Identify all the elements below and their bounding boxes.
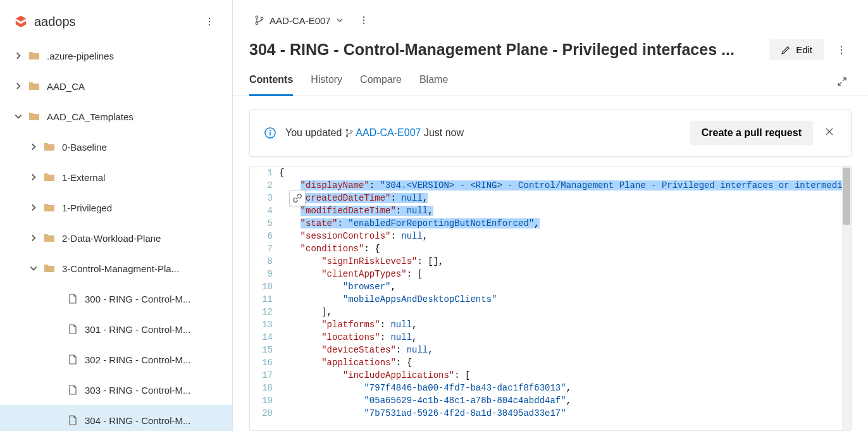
link-widget[interactable] bbox=[289, 190, 306, 206]
tree-label: 301 - RING - Control-M... bbox=[85, 324, 191, 335]
folder-item[interactable]: 1-Privileged bbox=[0, 192, 232, 223]
chevron-down-icon bbox=[336, 16, 344, 24]
tree-label: 1-Privileged bbox=[62, 203, 112, 213]
title-row: 304 - RING - Control-Management Plane - … bbox=[233, 34, 868, 63]
edit-button[interactable]: Edit bbox=[769, 39, 824, 60]
code-line[interactable]: 8 "signInRiskLevels": [], bbox=[250, 255, 851, 268]
file-item[interactable]: 303 - RING - Control-M... bbox=[0, 375, 232, 405]
repo-icon bbox=[14, 15, 28, 28]
repo-header: aadops bbox=[0, 8, 232, 41]
file-item[interactable]: 304 - RING - Control-M... bbox=[0, 405, 232, 431]
repo-name[interactable]: aadops bbox=[34, 15, 199, 29]
svg-point-9 bbox=[841, 46, 842, 47]
branch-icon bbox=[345, 128, 354, 137]
link-icon bbox=[293, 194, 302, 203]
code-line[interactable]: 12 ], bbox=[250, 306, 851, 318]
svg-point-10 bbox=[841, 49, 842, 50]
file-explorer: aadops .azure-pipelinesAAD_CAAAD_CA_Temp… bbox=[0, 0, 233, 431]
tree-label: AAD_CA bbox=[47, 81, 85, 92]
code-line[interactable]: 18 "797f4846-ba00-4fd7-ba43-dac1f8f63013… bbox=[250, 382, 851, 394]
svg-point-16 bbox=[350, 130, 352, 132]
folder-item[interactable]: 0-Baseline bbox=[0, 132, 232, 162]
code-line[interactable]: 7 "conditions": { bbox=[250, 242, 851, 255]
page-title: 304 - RING - Control-Management Plane - … bbox=[249, 41, 762, 59]
tree-label: 300 - RING - Control-M... bbox=[85, 294, 191, 304]
svg-point-5 bbox=[261, 17, 263, 20]
code-line[interactable]: 9 "clientAppTypes": [ bbox=[250, 268, 851, 280]
code-line[interactable]: 16 "applications": { bbox=[250, 356, 851, 369]
editor-scrollbar[interactable] bbox=[842, 166, 851, 430]
branch-icon bbox=[254, 15, 264, 25]
svg-point-8 bbox=[363, 23, 364, 24]
svg-point-15 bbox=[346, 135, 348, 137]
svg-point-14 bbox=[346, 129, 348, 131]
code-line[interactable]: 6 "sessionControls": null, bbox=[250, 230, 851, 242]
code-line[interactable]: 11 "mobileAppsAndDesktopClients" bbox=[250, 293, 851, 306]
svg-point-4 bbox=[256, 22, 258, 25]
folder-item[interactable]: AAD_CA_Templates bbox=[0, 101, 232, 132]
code-line[interactable]: 14 "locations": null, bbox=[250, 331, 851, 344]
branch-selector[interactable]: AAD-CA-E007 bbox=[249, 11, 349, 30]
close-icon bbox=[824, 127, 834, 137]
tab-blame[interactable]: Blame bbox=[419, 69, 448, 96]
folder-item[interactable]: 3-Control-Managment-Pla... bbox=[0, 253, 232, 284]
pencil-icon bbox=[781, 45, 791, 55]
code-line[interactable]: 1{ bbox=[250, 166, 851, 179]
close-notice-button[interactable] bbox=[822, 124, 837, 142]
folder-item[interactable]: 1-External bbox=[0, 162, 232, 192]
code-line[interactable]: 17 "includeApplications": [ bbox=[250, 369, 851, 382]
tree-label: 0-Baseline bbox=[62, 142, 107, 153]
tree-label: 302 - RING - Control-M... bbox=[85, 354, 191, 365]
file-item[interactable]: 301 - RING - Control-M... bbox=[0, 314, 232, 344]
folder-item[interactable]: 2-Data-Workload-Plane bbox=[0, 223, 232, 253]
folder-item[interactable]: AAD_CA bbox=[0, 71, 232, 101]
tree-label: 303 - RING - Control-M... bbox=[85, 385, 191, 396]
code-line[interactable]: 10 "browser", bbox=[250, 280, 851, 293]
tree-label: .azure-pipelines bbox=[47, 51, 114, 61]
create-pr-button[interactable]: Create a pull request bbox=[690, 121, 813, 145]
tree-label: 304 - RING - Control-M... bbox=[85, 415, 191, 426]
code-line[interactable]: 4 "modifiedDateTime": null, bbox=[250, 204, 851, 217]
main-pane: AAD-CA-E007 304 - RING - Control-Managem… bbox=[233, 0, 868, 431]
code-line[interactable]: 13 "platforms": null, bbox=[250, 318, 851, 331]
branch-more-button[interactable] bbox=[354, 10, 374, 30]
expand-icon bbox=[836, 76, 848, 87]
notice-text: You updated AAD-CA-E007 Just now bbox=[285, 127, 681, 139]
code-line[interactable]: 5 "state": "enabledForReportingButNotEnf… bbox=[250, 217, 851, 230]
tree-label: AAD_CA_Templates bbox=[47, 111, 133, 122]
file-tabs: ContentsHistoryCompareBlame bbox=[233, 63, 868, 96]
svg-point-0 bbox=[209, 18, 210, 19]
code-line[interactable]: 19 "05a65629-4c1b-48c1-a78b-804c4abdd4af… bbox=[250, 394, 851, 407]
svg-point-3 bbox=[256, 16, 258, 18]
branch-bar: AAD-CA-E007 bbox=[233, 0, 868, 34]
tab-history[interactable]: History bbox=[311, 69, 342, 96]
code-line[interactable]: 2 "displayName": "304.<VERSION> - <RING>… bbox=[250, 179, 851, 192]
svg-point-7 bbox=[363, 20, 364, 21]
code-line[interactable]: 20 "7b7531ad-5926-4f2d-8a1d-38495ad33e17… bbox=[250, 407, 851, 420]
notice-branch-link[interactable]: AAD-CA-E007 bbox=[356, 127, 421, 138]
info-icon bbox=[264, 127, 276, 139]
svg-point-6 bbox=[363, 16, 364, 18]
code-editor[interactable]: 1{2 "displayName": "304.<VERSION> - <RIN… bbox=[249, 166, 852, 431]
tab-contents[interactable]: Contents bbox=[249, 69, 293, 96]
folder-item[interactable]: .azure-pipelines bbox=[0, 41, 232, 71]
svg-point-13 bbox=[270, 130, 271, 131]
file-item[interactable]: 302 - RING - Control-M... bbox=[0, 344, 232, 375]
editor-scrollbar-thumb[interactable] bbox=[843, 168, 850, 225]
svg-point-2 bbox=[209, 24, 210, 25]
code-line[interactable]: 15 "deviceStates": null, bbox=[250, 344, 851, 356]
code-line[interactable]: 3 "createdDateTime": null, bbox=[250, 192, 851, 204]
repo-more-button[interactable] bbox=[199, 11, 220, 32]
tab-compare[interactable]: Compare bbox=[360, 69, 402, 96]
file-tree: .azure-pipelinesAAD_CAAAD_CA_Templates0-… bbox=[0, 41, 232, 431]
more-vertical-icon bbox=[359, 15, 369, 25]
svg-point-11 bbox=[841, 52, 842, 53]
file-item[interactable]: 300 - RING - Control-M... bbox=[0, 284, 232, 314]
tree-label: 3-Control-Managment-Pla... bbox=[62, 263, 179, 274]
branch-name: AAD-CA-E007 bbox=[270, 15, 331, 26]
tree-label: 2-Data-Workload-Plane bbox=[62, 233, 161, 244]
update-notice: You updated AAD-CA-E007 Just now Create … bbox=[249, 109, 852, 157]
page-more-button[interactable] bbox=[831, 40, 852, 60]
more-vertical-icon bbox=[204, 16, 214, 27]
expand-button[interactable] bbox=[833, 72, 852, 93]
